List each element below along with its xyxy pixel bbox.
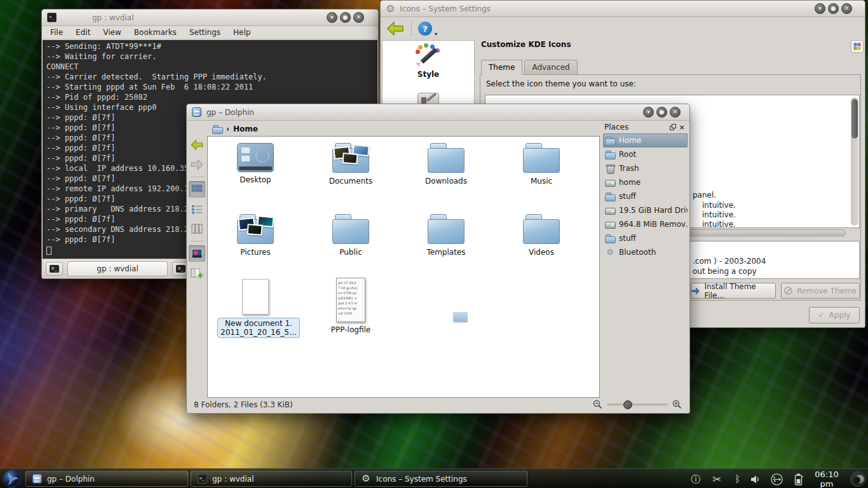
folder-icon <box>332 214 369 245</box>
folder-icon <box>605 233 615 243</box>
maximize-button[interactable]: ● <box>828 3 839 14</box>
places-panel: Places × Home Root Trash home stuff 19.5… <box>603 121 688 259</box>
places-item-home[interactable]: Home <box>603 133 688 147</box>
drag-artifact <box>453 312 468 322</box>
folder-item-public[interactable]: Public <box>313 214 389 257</box>
new-tab-button[interactable]: >_ <box>46 262 63 276</box>
remove-theme-button[interactable]: Remove Theme <box>781 283 860 299</box>
task-button-dolphin[interactable]: gp – Dolphin <box>25 471 188 487</box>
places-item-root[interactable]: Root <box>603 147 688 161</box>
terminal-tab[interactable]: gp : wvdial <box>67 261 168 276</box>
install-theme-button[interactable]: Install Theme File... <box>691 283 776 299</box>
terminal-titlebar[interactable]: >_ gp : wvdial ▾ ● ✕ <box>42 10 378 26</box>
file-item-ppp-logfile[interactable]: Jan 17 09:4 7:18 gp-Asp ire-5738 pp pd[1… <box>313 278 389 334</box>
maximize-button[interactable]: ● <box>656 107 667 118</box>
terminal-line: --> Carrier detected. Starting PPP immed… <box>46 72 374 83</box>
places-header: Places <box>604 123 668 132</box>
folder-item-templates[interactable]: Templates <box>408 214 484 257</box>
places-item-stuff2[interactable]: stuff <box>603 231 688 245</box>
places-item-trash[interactable]: Trash <box>603 161 688 175</box>
maximize-button[interactable]: ● <box>340 12 351 23</box>
menu-edit[interactable]: Edit <box>76 28 90 37</box>
tab-advanced[interactable]: Advanced <box>524 60 577 75</box>
split-view-button[interactable] <box>189 265 205 281</box>
chevron-down-icon: ▾ <box>435 31 437 37</box>
minimize-button[interactable]: ▾ <box>327 12 337 23</box>
folder-item-desktop[interactable]: Desktop <box>217 143 294 184</box>
removable-drive-icon <box>605 219 615 229</box>
zoom-out-icon[interactable] <box>593 400 602 409</box>
panel-toolbox-cashew[interactable] <box>850 471 865 487</box>
folder-item-videos[interactable]: Videos <box>503 214 580 257</box>
places-item-removable[interactable]: 964.8 MiB Remov… <box>603 217 688 231</box>
description-text: .com ) - 2003-2004 <box>693 257 766 266</box>
clock[interactable]: 06:10 pm Sun, 6 Feb <box>807 470 846 488</box>
minimize-button[interactable]: ▾ <box>643 107 654 118</box>
scrollbar-thumb[interactable] <box>851 99 858 139</box>
task-button-terminal[interactable]: >_ gp : wvdial <box>191 471 352 487</box>
places-item-home-drive[interactable]: home <box>603 175 688 189</box>
menu-help[interactable]: Help <box>233 28 250 37</box>
close-button[interactable]: ✕ <box>841 3 852 14</box>
menu-file[interactable]: File <box>50 28 63 37</box>
hard-drive-icon <box>605 177 615 187</box>
desktop-folder-icon <box>237 143 274 172</box>
tab-theme[interactable]: Theme <box>481 60 522 75</box>
select-theme-label: Select the icon theme you want to use: <box>486 79 636 88</box>
terminal-icon: >_ <box>198 474 207 484</box>
dolphin-title: gp – Dolphin <box>207 108 254 117</box>
blank-document-icon <box>242 279 269 315</box>
zoom-slider-handle[interactable] <box>623 400 632 409</box>
usb-device-icon[interactable] <box>770 473 783 485</box>
launcher-icon[interactable] <box>3 470 21 488</box>
places-item-harddrive[interactable]: 19.5 GiB Hard Drive <box>603 203 688 217</box>
dolphin-titlebar[interactable]: gp – Dolphin ▾ ● ✕ <box>187 104 689 121</box>
back-button[interactable] <box>386 21 405 36</box>
close-button[interactable]: ✕ <box>670 107 681 118</box>
forward-button[interactable] <box>189 156 205 173</box>
minimize-button[interactable]: ▾ <box>815 3 825 14</box>
places-item-bluetooth[interactable]: ⚙Bluetooth <box>603 245 688 259</box>
file-item-new-document[interactable]: New document 1.2011_01_20_16_5… <box>217 279 294 338</box>
breadcrumb-home[interactable]: Home <box>233 125 258 133</box>
menu-settings[interactable]: Settings <box>189 28 220 37</box>
float-panel-icon[interactable] <box>668 123 677 132</box>
icon-sizes-grid-icon[interactable] <box>851 40 864 53</box>
folder-icon <box>332 143 369 173</box>
menu-bookmarks[interactable]: Bookmarks <box>134 28 177 37</box>
icons-view-button[interactable] <box>189 181 205 198</box>
folder-item-pictures[interactable]: Pictures <box>217 214 294 257</box>
settings-titlebar[interactable]: ⚙ Icons – System Settings ▾ ● ✕ <box>381 1 865 17</box>
vertical-scrollbar[interactable] <box>851 97 858 226</box>
clipboard-scissors-icon[interactable]: ✂ <box>710 473 724 485</box>
sidebar-item-style[interactable]: Style <box>383 41 474 79</box>
folder-item-documents[interactable]: Documents <box>313 143 389 186</box>
bluetooth-icon[interactable]: ᛒ <box>731 473 745 485</box>
volume-icon[interactable] <box>749 473 763 485</box>
terminal-line: --> Waiting for carrier. <box>46 52 374 62</box>
settings-toolbar: ?▾ <box>381 17 865 40</box>
task-button-settings[interactable]: ⚙ Icons – System Settings <box>355 471 527 487</box>
details-view-button[interactable] <box>189 201 205 217</box>
settings-tabs: Theme Advanced <box>481 60 578 75</box>
zoom-slider[interactable] <box>607 403 668 406</box>
battery-icon[interactable] <box>792 473 806 485</box>
info-icon[interactable]: ⓘ <box>689 473 703 485</box>
folder-item-downloads[interactable]: Downloads <box>408 143 484 186</box>
close-button[interactable]: ✕ <box>353 12 364 23</box>
home-folder-icon[interactable] <box>212 124 222 134</box>
back-button[interactable] <box>189 137 205 153</box>
menu-view[interactable]: View <box>103 28 121 37</box>
folder-item-music[interactable]: Music <box>503 143 580 186</box>
close-panel-icon[interactable]: × <box>677 123 686 132</box>
apply-button[interactable]: ✓ Apply <box>809 307 860 323</box>
bluetooth-icon: ⚙ <box>605 247 615 257</box>
zoom-in-icon[interactable] <box>672 400 682 409</box>
places-item-stuff[interactable]: stuff <box>603 189 688 203</box>
columns-view-button[interactable] <box>189 220 205 237</box>
breadcrumb-arrow: › <box>226 125 229 133</box>
preview-button[interactable] <box>189 245 205 262</box>
file-view[interactable]: Desktop Documents Downloads Music Pictur… <box>207 136 600 398</box>
help-button[interactable]: ?▾ <box>418 22 432 36</box>
terminal-line: --> Sending: ATDT*99***1# <box>46 42 374 52</box>
